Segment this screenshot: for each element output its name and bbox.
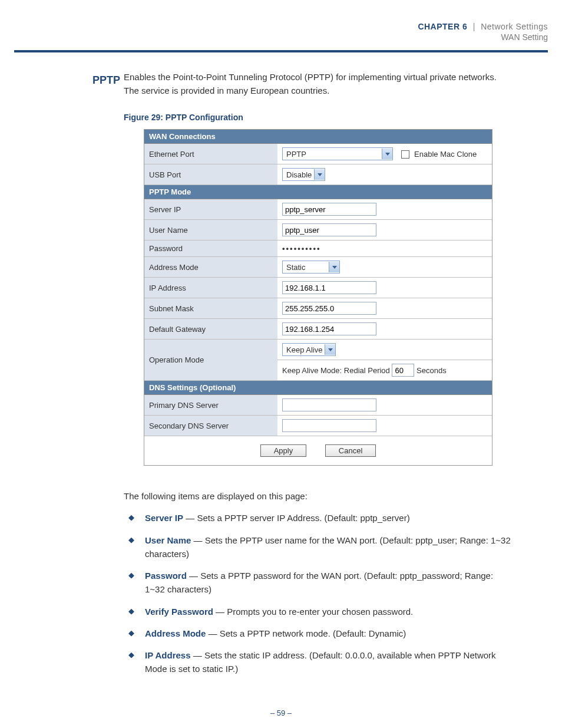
item-term: Password [145, 571, 187, 581]
enable-mac-clone-label: Enable Mac Clone [414, 150, 477, 159]
address-mode-select[interactable]: Static [282, 261, 340, 274]
page-number: – 59 – [0, 709, 562, 717]
header-divider: | [473, 22, 475, 31]
operation-mode-select[interactable]: Keep Alive [282, 343, 336, 356]
cancel-button[interactable]: Cancel [325, 444, 376, 457]
item-desc: — Sets a PPTP password for the WAN port.… [145, 571, 493, 594]
item-desc: — Sets a PPTP server IP Address. (Defaul… [183, 513, 410, 523]
ip-address-label: IP Address [144, 278, 277, 298]
header-subsection: WAN Setting [14, 32, 548, 42]
secondary-dns-label: Secondary DNS Server [144, 416, 277, 436]
item-term: Server IP [145, 513, 183, 523]
server-ip-label: Server IP [144, 199, 277, 220]
content: PPTP Enables the Point-to-Point Tunnelin… [124, 71, 513, 684]
item-term: Address Mode [145, 628, 206, 638]
user-name-label: User Name [144, 220, 277, 241]
config-screenshot: WAN Connections Ethernet Port PPTP Enabl… [144, 129, 492, 466]
figure-caption: Figure 29: PPTP Configuration [124, 113, 513, 122]
list-item: User Name — Sets the PPTP user name for … [124, 533, 513, 561]
user-name-input[interactable] [282, 223, 376, 236]
usb-port-label: USB Port [144, 164, 277, 185]
chevron-down-icon [325, 344, 335, 355]
list-item: Password — Sets a PPTP password for the … [124, 569, 513, 597]
subnet-mask-input[interactable] [282, 302, 376, 315]
item-term: IP Address [145, 650, 191, 660]
chapter-word: CHAPTER [418, 22, 459, 31]
chevron-down-icon [329, 262, 339, 272]
side-label-pptp: PPTP [79, 74, 120, 87]
password-value: •••••••••• [282, 244, 321, 253]
chapter-number: 6 [462, 22, 467, 31]
primary-dns-input[interactable] [282, 398, 376, 411]
item-desc: — Sets the PPTP user name for the WAN po… [145, 535, 511, 559]
list-item: Verify Password — Prompts you to re-ente… [124, 605, 513, 618]
section-pptp-mode: PPTP Mode [144, 185, 492, 199]
description-block: The following items are displayed on thi… [124, 489, 513, 676]
page-header: CHAPTER 6 | Network Settings WAN Setting [14, 22, 548, 52]
primary-dns-label: Primary DNS Server [144, 395, 277, 416]
description-list: Server IP — Sets a PPTP server IP Addres… [124, 511, 513, 676]
item-desc: — Sets a PPTP network mode. (Default: Dy… [206, 628, 406, 638]
address-mode-label: Address Mode [144, 257, 277, 278]
item-term: Verify Password [145, 607, 213, 617]
password-label: Password [144, 241, 277, 257]
operation-mode-label: Operation Mode [144, 340, 277, 381]
list-item: Server IP — Sets a PPTP server IP Addres… [124, 511, 513, 525]
item-desc: — Prompts you to re-enter your chosen pa… [213, 607, 413, 617]
apply-button[interactable]: Apply [260, 444, 307, 457]
redial-label-suffix: Seconds [416, 366, 447, 375]
ip-address-input[interactable] [282, 281, 376, 294]
ethernet-port-select[interactable]: PPTP [282, 147, 393, 160]
description-lead: The following items are displayed on thi… [124, 489, 513, 503]
default-gateway-label: Default Gateway [144, 319, 277, 340]
item-term: User Name [145, 535, 191, 545]
subnet-mask-label: Subnet Mask [144, 298, 277, 319]
chevron-down-icon [314, 169, 325, 180]
usb-port-select[interactable]: Disable [282, 168, 325, 181]
item-desc: — Sets the static IP address. (Default: … [145, 650, 496, 674]
redial-period-input[interactable] [392, 364, 414, 377]
header-section: Network Settings [481, 22, 548, 31]
section-wan-connections: WAN Connections [144, 130, 492, 144]
chevron-down-icon [382, 149, 392, 159]
section-dns-settings: DNS Settings (Optional) [144, 381, 492, 395]
default-gateway-input[interactable] [282, 322, 376, 335]
list-item: IP Address — Sets the static IP address.… [124, 648, 513, 676]
page: CHAPTER 6 | Network Settings WAN Setting… [0, 0, 562, 728]
ethernet-port-label: Ethernet Port [144, 144, 277, 164]
enable-mac-clone-checkbox[interactable] [401, 150, 409, 159]
pptp-intro: Enables the Point-to-Point Tunneling Pro… [124, 71, 513, 97]
redial-label-prefix: Keep Alive Mode: Redial Period [282, 366, 390, 375]
list-item: Address Mode — Sets a PPTP network mode.… [124, 627, 513, 640]
secondary-dns-input[interactable] [282, 419, 376, 432]
server-ip-input[interactable] [282, 203, 376, 216]
